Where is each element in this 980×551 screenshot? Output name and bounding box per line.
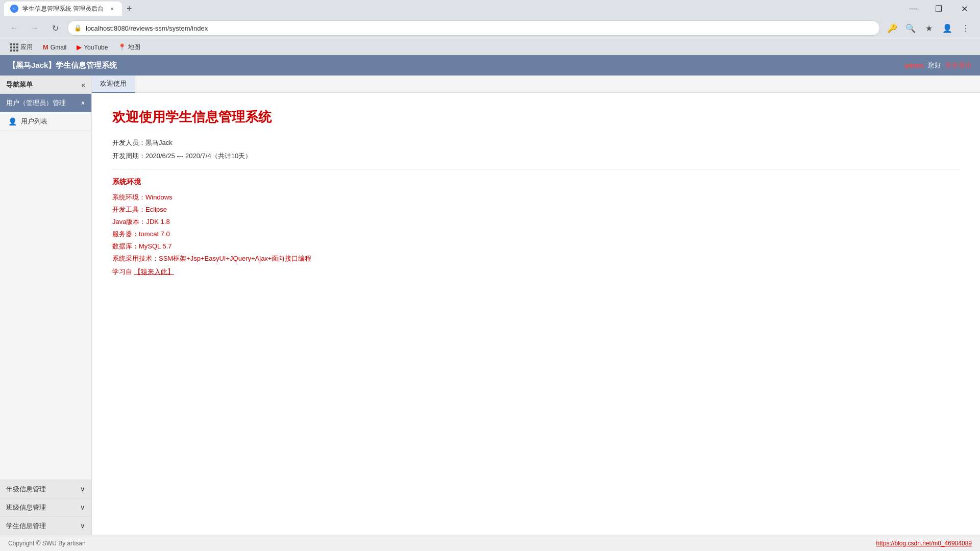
title-bar: S 学生信息管理系统 管理员后台 × + — ❐ ✕ (0, 0, 980, 17)
period-value: 2020/6/25 --- 2020/7/4（共计10天） (145, 152, 252, 160)
grade-mgmt-arrow: ∨ (80, 485, 85, 493)
bookmark-youtube[interactable]: ▶ YouTube (72, 41, 112, 54)
gmail-icon: M (43, 43, 48, 51)
close-button[interactable]: ✕ (952, 0, 976, 17)
url-text: localhost:8080/reviews-ssm/system/index (86, 24, 873, 32)
learn-link[interactable]: 【猿来入此】 (134, 268, 174, 276)
env-java: Java版本：JDK 1.8 (112, 217, 960, 227)
env-db-label: 数据库： (112, 242, 139, 250)
env-java-value: JDK 1.8 (146, 218, 169, 226)
bookmarks-bar: 应用 M Gmail ▶ YouTube 📍 地图 (0, 39, 980, 55)
bookmark-maps[interactable]: 📍 地图 (114, 41, 144, 54)
bookmark-maps-label: 地图 (128, 43, 140, 52)
bookmark-youtube-label: YouTube (84, 44, 108, 51)
active-tab[interactable]: S 学生信息管理系统 管理员后台 × (4, 2, 122, 16)
grade-mgmt-label: 年级信息管理 (6, 485, 46, 494)
learn-label: 学习自 (112, 268, 132, 276)
logout-button[interactable]: 安全退出 (945, 61, 972, 70)
sidebar-collapse-button[interactable]: « (81, 81, 85, 89)
apps-icon (10, 43, 18, 52)
env-os-label: 系统环境： (112, 193, 145, 201)
user-list-label: 用户列表 (21, 117, 47, 126)
env-tech-value: SSM框架+Jsp+EasyUI+JQuery+Ajax+面向接口编程 (159, 255, 311, 262)
sidebar-title: 导航菜单 (6, 80, 33, 89)
tab-favicon: S (10, 5, 18, 13)
env-tech: 系统采用技术：SSM框架+Jsp+EasyUI+JQuery+Ajax+面向接口… (112, 254, 960, 263)
class-mgmt-header[interactable]: 班级信息管理 ∨ (0, 498, 91, 516)
tab-close-button[interactable]: × (108, 5, 116, 13)
app-footer: Copyright © SWU By artisan https://blog.… (0, 535, 980, 551)
env-tool-label: 开发工具： (112, 206, 145, 213)
content-main: 欢迎使用学生信息管理系统 开发人员：黑马Jack 开发周期：2020/6/25 … (92, 93, 980, 535)
bookmark-gmail[interactable]: M Gmail (39, 41, 70, 54)
env-tool-value: Eclipse (145, 206, 167, 213)
content-area: 欢迎使用 欢迎使用学生信息管理系统 开发人员：黑马Jack 开发周期：2020/… (92, 76, 980, 535)
sidebar-bottom-groups: 年级信息管理 ∨ 班级信息管理 ∨ 学生信息管理 ∨ (0, 480, 91, 535)
divider (112, 169, 960, 169)
minimize-button[interactable]: — (901, 0, 925, 17)
period-line: 开发周期：2020/6/25 --- 2020/7/4（共计10天） (112, 152, 960, 161)
bookmark-star-icon[interactable]: ★ (921, 20, 937, 36)
env-db: 数据库：MySQL 5.7 (112, 242, 960, 251)
back-button[interactable]: ← (6, 20, 22, 36)
app-body: 导航菜单 « 用户（管理员）管理 ∧ 👤 用户列表 年级信息管理 ∨ (0, 76, 980, 535)
copyright-text: Copyright © SWU By artisan (8, 540, 86, 547)
grade-mgmt-header[interactable]: 年级信息管理 ∨ (0, 480, 91, 498)
env-tech-label: 系统采用技术： (112, 255, 159, 262)
address-bar: ← → ↻ 🔒 localhost:8080/reviews-ssm/syste… (0, 17, 980, 39)
url-bar[interactable]: 🔒 localhost:8080/reviews-ssm/system/inde… (67, 20, 880, 36)
developer-label: 开发人员： (112, 139, 145, 146)
maximize-button[interactable]: ❐ (927, 0, 950, 17)
learn-line: 学习自 【猿来入此】 (112, 267, 960, 277)
lock-icon: 🔒 (74, 24, 82, 32)
bookmark-gmail-label: Gmail (51, 44, 66, 51)
developer-value: 黑马Jack (145, 139, 173, 146)
address-right-icons: 🔑 🔍 ★ 👤 ⋮ (884, 20, 974, 36)
tab-title: 学生信息管理系统 管理员后台 (22, 5, 104, 13)
profile-icon[interactable]: 👤 (939, 20, 955, 36)
reload-button[interactable]: ↻ (47, 20, 63, 36)
new-tab-button[interactable]: + (122, 2, 136, 16)
content-tabs: 欢迎使用 (92, 76, 980, 93)
app-title: 【黑马Jack】学生信息管理系统 (8, 61, 117, 70)
svg-text:S: S (13, 7, 16, 11)
welcome-tab-label: 欢迎使用 (100, 79, 127, 88)
user-mgmt-arrow: ∧ (81, 99, 85, 107)
env-db-value: MySQL 5.7 (139, 242, 172, 250)
developer-line: 开发人员：黑马Jack (112, 138, 960, 147)
youtube-icon: ▶ (77, 43, 82, 51)
menu-icon[interactable]: ⋮ (958, 20, 974, 36)
student-mgmt-arrow: ∨ (80, 522, 85, 530)
env-server-label: 服务器： (112, 230, 139, 238)
env-java-label: Java版本： (112, 218, 146, 226)
env-section-title: 系统环境 (112, 178, 960, 187)
window-controls: — ❐ ✕ (901, 0, 976, 17)
zoom-icon[interactable]: 🔍 (902, 20, 919, 36)
welcome-title: 欢迎使用学生信息管理系统 (112, 108, 960, 126)
bookmark-apps-label: 应用 (20, 43, 33, 52)
env-tool: 开发工具：Eclipse (112, 205, 960, 214)
footer-link[interactable]: https://blog.csdn.net/m0_46904089 (876, 540, 972, 547)
env-os-value: Windows (145, 193, 173, 201)
app-header: 【黑马Jack】学生信息管理系统 admin 您好 安全退出 (0, 55, 980, 76)
env-server-value: tomcat 7.0 (139, 230, 170, 238)
admin-name: admin (904, 62, 924, 69)
env-os: 系统环境：Windows (112, 193, 960, 202)
env-server: 服务器：tomcat 7.0 (112, 230, 960, 239)
welcome-tab[interactable]: 欢迎使用 (92, 76, 135, 93)
user-mgmt-label: 用户（管理员）管理 (6, 98, 66, 108)
class-mgmt-arrow: ∨ (80, 504, 85, 511)
user-icon: 👤 (8, 117, 17, 126)
maps-icon: 📍 (118, 43, 126, 51)
greeting-text: 您好 (928, 61, 941, 70)
student-mgmt-label: 学生信息管理 (6, 521, 46, 531)
sidebar-item-user-list[interactable]: 👤 用户列表 (0, 112, 91, 131)
period-label: 开发周期： (112, 152, 145, 160)
class-mgmt-label: 班级信息管理 (6, 503, 46, 512)
password-manager-icon[interactable]: 🔑 (884, 20, 900, 36)
bookmark-apps[interactable]: 应用 (6, 41, 37, 54)
sidebar: 导航菜单 « 用户（管理员）管理 ∧ 👤 用户列表 年级信息管理 ∨ (0, 76, 92, 535)
student-mgmt-header[interactable]: 学生信息管理 ∨ (0, 516, 91, 535)
forward-button[interactable]: → (27, 20, 43, 36)
user-mgmt-header[interactable]: 用户（管理员）管理 ∧ (0, 94, 91, 112)
